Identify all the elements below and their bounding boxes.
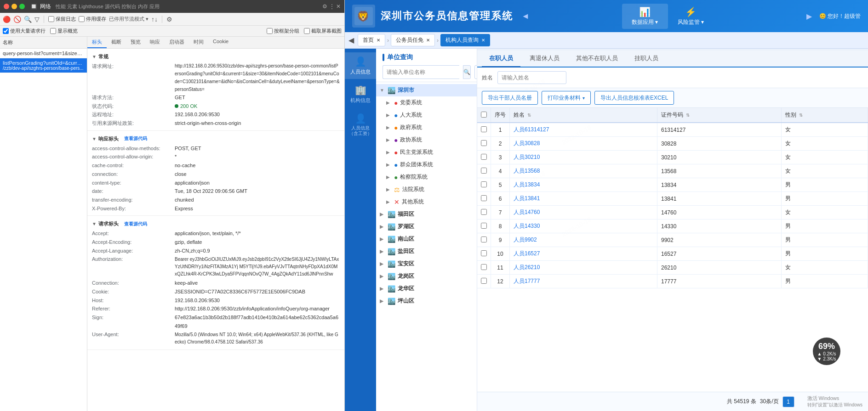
row-name-5[interactable]: 人员13841 [510,192,657,206]
appointment-close-icon[interactable]: ✕ [426,38,430,43]
resp-headers-source-link[interactable]: 查看源代码 [124,135,147,142]
group-by-frame-checkbox[interactable]: 按框架分组 [267,28,299,34]
row-checkbox-3[interactable] [477,164,491,178]
header-back-arrow[interactable]: ◄ [521,11,530,21]
maximize-window-button[interactable] [19,4,25,9]
nav-data-apps[interactable]: 📊 数据应用 ▾ [622,4,668,29]
tab-payload[interactable]: 截断 [107,37,126,48]
tab-cookie[interactable]: Cookie [208,37,233,48]
print-materials-button[interactable]: 打印业务材料 ▾ [542,91,591,105]
row-checkbox-4[interactable] [477,178,491,192]
sidebar-person-info[interactable]: 👤 人员信息 [345,52,376,79]
row-checkbox-5[interactable] [477,192,491,206]
tab-preview[interactable]: 预览 [126,37,145,48]
row-name-2[interactable]: 人员30210 [510,151,657,164]
select-all-checkbox[interactable] [481,112,487,118]
tree-node-party[interactable]: ▶ ● 党委系统 [376,96,477,109]
response-headers-title[interactable]: ▼ 响应标头 查看源代码 [92,134,340,144]
sidebar-org-info[interactable]: 🏢 机构信息 [345,81,376,107]
breadcrumb-appointment[interactable]: 公务员任免 ✕ [391,34,435,46]
show-overview-checkbox[interactable]: 显示概览 [50,28,78,34]
tree-node-gov[interactable]: ▶ ● 政府系统 [376,121,477,134]
row-name-9[interactable]: 人员16527 [510,247,657,261]
settings-icon[interactable]: ⚙ [166,16,172,23]
req-headers-source-link[interactable]: 查看源代码 [124,221,147,227]
clear-icon[interactable]: 🚫 [13,16,21,23]
capture-screenshot-checkbox[interactable]: 截取屏幕截图 [304,28,342,34]
tab-response[interactable]: 响应 [145,37,165,48]
row-checkbox-0[interactable] [477,123,491,137]
row-checkbox-9[interactable] [477,247,491,261]
nav-risk-monitor[interactable]: ⚡ 风险监管 ▾ [668,4,714,29]
request-headers-title[interactable]: ▼ 请求标头 查看源代码 [92,219,340,229]
record-icon[interactable]: 🔴 [3,16,11,23]
tree-node-shenzhen[interactable]: ▼ 🏙️ 深圳市 [376,84,477,96]
tab-headers[interactable]: 标头 [87,37,107,48]
tree-node-other[interactable]: ▶ ✕ 其他系统 [376,196,477,208]
row-checkbox-10[interactable] [477,261,491,275]
breadcrumb-home[interactable]: 首页 ✕ [358,34,385,46]
sidebar-person-salary[interactable]: 👤 人员信息（含工资） [345,109,376,140]
tree-node-luohu[interactable]: ▶ 🏙️ 罗湖区 [376,220,477,233]
export-cadre-button[interactable]: 导出干部人员名册 [482,91,538,105]
row-name-6[interactable]: 人员14760 [510,206,657,220]
row-checkbox-1[interactable] [477,137,491,151]
request-item-1[interactable]: listPersonGrading?unitOId=&current=... /… [0,58,87,73]
tree-node-democracy[interactable]: ▶ ● 民主党派系统 [376,146,477,158]
tree-node-people[interactable]: ▶ ● 人大系统 [376,109,477,121]
tree-node-yantian[interactable]: ▶ 🏙️ 盐田区 [376,245,477,258]
unit-search-input[interactable] [383,65,459,79]
general-section-title[interactable]: ▼ 常规 [92,51,340,62]
minimize-window-button[interactable] [11,4,17,9]
tree-node-longgang[interactable]: ▶ 🏙️ 龙岗区 [376,270,477,282]
row-checkbox-11[interactable] [477,275,491,288]
disable-cache-checkbox[interactable]: 停用缓存 [79,16,106,23]
search-icon[interactable]: 🔍 [24,16,32,23]
org-query-close-icon[interactable]: ✕ [481,38,485,43]
tree-node-procuratorate[interactable]: ▶ ● 检察院系统 [376,171,477,183]
row-name-11[interactable]: 人员17777 [510,275,657,288]
export-excel-button[interactable]: 导出人员信息核准表EXCEL [594,91,674,105]
unit-search-button[interactable]: 🔍 [463,65,471,79]
row-checkbox-8[interactable] [477,233,491,247]
tab-retired[interactable]: 离退休人员 [522,51,567,68]
row-name-3[interactable]: 人员13568 [510,164,657,178]
devtools-tab-network[interactable]: 网络 [40,3,51,11]
row-name-7[interactable]: 人员14330 [510,220,657,233]
row-name-4[interactable]: 人员13834 [510,178,657,192]
row-name-8[interactable]: 人员9902 [510,233,657,247]
tree-node-longhua[interactable]: ▶ 🏙️ 龙华区 [376,282,477,295]
tree-node-nanshan[interactable]: ▶ 🏙️ 南山区 [376,233,477,245]
breadcrumb-org-query[interactable]: 机构人员查询 ✕ [440,34,490,46]
tree-node-cppcc[interactable]: ▶ ● 政协系统 [376,134,477,146]
name-column-header: 名称 [3,39,13,46]
large-requests-checkbox[interactable]: 使用大量请求行 [3,28,46,34]
row-checkbox-7[interactable] [477,220,491,233]
row-checkbox-2[interactable] [477,151,491,164]
shenzhen-toggle: ▼ [380,88,385,93]
tab-seconded[interactable]: 挂职人员 [627,51,666,68]
name-search-input[interactable] [497,71,566,84]
page-1-button[interactable]: 1 [782,396,794,407]
sidebar-collapse-icon[interactable]: ◀ [348,36,354,45]
row-checkbox-6[interactable] [477,206,491,220]
request-item-0[interactable]: query-person-list?current=1&size=30... [0,49,87,58]
tab-timing[interactable]: 时间 [189,37,208,48]
tree-node-pingshan[interactable]: ▶ 🏙️ 坪山区 [376,295,477,307]
tree-node-futian[interactable]: ▶ 🏙️ 福田区 [376,208,477,220]
tab-not-in-office[interactable]: 其他不在职人员 [569,51,625,68]
preserve-log-checkbox[interactable]: 保留日志 [48,16,76,23]
row-name-0[interactable]: 人员61314127 [510,123,657,137]
tree-node-baoan[interactable]: ▶ 🏙️ 宝安区 [376,258,477,270]
tree-node-court[interactable]: ▶ ⚖ 法院系统 [376,183,477,196]
home-close-icon[interactable]: ✕ [377,38,380,43]
row-name-1[interactable]: 人员30828 [510,137,657,151]
filter-icon[interactable]: ▽ [34,16,40,23]
tab-initiator[interactable]: 启动器 [165,37,189,48]
tree-node-mass[interactable]: ▶ ● 群众团体系统 [376,158,477,171]
tab-active-staff[interactable]: 在职人员 [482,51,520,68]
close-window-button[interactable] [4,4,9,9]
row-seq-11: 12 [491,275,510,288]
row-name-10[interactable]: 人员26210 [510,261,657,275]
detail-tabs-row: 标头 截断 预览 响应 启动器 时间 Cookie [87,37,344,49]
